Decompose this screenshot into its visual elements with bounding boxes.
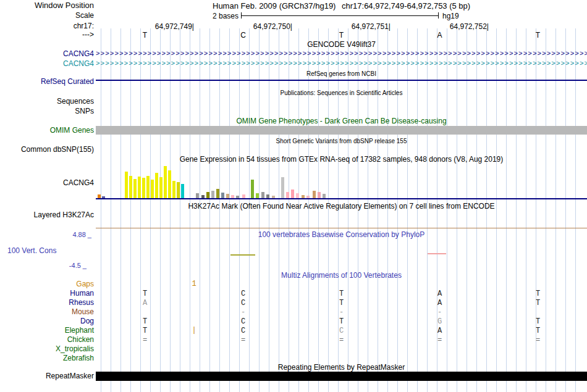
alignment-base: T xyxy=(489,299,587,307)
scale-label: Scale xyxy=(75,12,94,20)
gtex-tissue-bar[interactable] xyxy=(125,172,128,198)
alignment-base: - xyxy=(292,308,391,317)
conservation-max-value: 4.88 _ xyxy=(72,231,91,238)
alignment-base: - xyxy=(194,308,292,317)
alignment-row-mouse: --- xyxy=(96,308,587,317)
alignment-row-chicken: ===== xyxy=(96,336,587,344)
gtex-tissue-bar[interactable] xyxy=(251,180,254,198)
gtex-tissue-bar[interactable] xyxy=(318,192,321,198)
omim-track-title[interactable]: OMIM Gene Phenotypes - Dark Green Can Be… xyxy=(96,117,587,125)
gtex-tissue-bar[interactable] xyxy=(146,176,150,198)
omim-gene-bar[interactable] xyxy=(96,126,587,135)
alignment-row-dog: TCTGT xyxy=(96,317,587,326)
conservation-min-value: -4.5 _ xyxy=(69,262,87,269)
coordinate-label: 64,972,752| xyxy=(396,22,489,31)
gtex-tissue-bar[interactable] xyxy=(168,170,171,198)
alignment-base: G xyxy=(391,317,489,326)
alignment-base xyxy=(489,308,587,317)
species-label-mouse[interactable]: Mouse xyxy=(72,308,94,316)
genome-label: hg19 xyxy=(442,12,459,20)
gtex-tissue-bar[interactable] xyxy=(226,194,229,198)
species-label-chicken[interactable]: Chicken xyxy=(67,336,94,344)
alignment-base: A xyxy=(391,290,489,298)
gtex-tissue-bar[interactable] xyxy=(177,182,180,198)
alignment-row-rhesus: ACTAT xyxy=(96,299,587,307)
gtex-tissue-bar[interactable] xyxy=(221,193,224,198)
gtex-tissue-bar[interactable] xyxy=(216,189,219,198)
alignment-base: C xyxy=(292,327,391,335)
coordinate-label: 64,972,750| xyxy=(200,22,292,31)
gtex-tissue-bar[interactable] xyxy=(159,177,163,198)
refseq-gene-bar[interactable] xyxy=(96,80,587,81)
base-letter: C xyxy=(194,31,292,40)
window-position-label: Window Position xyxy=(35,1,94,9)
alignment-base: C xyxy=(194,299,292,307)
gtex-tissue-bar[interactable] xyxy=(181,184,184,198)
gtex-tissue-bar[interactable] xyxy=(286,192,289,198)
gtex-tissue-bar[interactable] xyxy=(142,178,145,198)
species-label-zebrafish[interactable]: Zebrafish xyxy=(63,354,94,362)
gtex-tissue-bar[interactable] xyxy=(281,177,284,198)
gtex-tissue-bar[interactable] xyxy=(172,181,175,198)
gtex-tissue-bar[interactable] xyxy=(256,193,259,198)
gtex-tissue-bar[interactable] xyxy=(261,192,264,198)
h3k27ac-track-title[interactable]: H3K27Ac Mark (Often Found Near Active Re… xyxy=(96,202,587,211)
alignment-row-human: TCTAT xyxy=(96,290,587,298)
gtex-tissue-bar[interactable] xyxy=(313,191,316,198)
scale-bar xyxy=(241,12,439,19)
gtex-track-title[interactable]: Gene Expression in 54 tissues from GTEx … xyxy=(96,156,587,164)
alignment-base: = xyxy=(96,336,194,344)
repeatmasker-track-title[interactable]: Repeating Elements by RepeatMasker xyxy=(96,364,587,372)
alignment-base: T xyxy=(489,290,587,298)
gtex-tissue-bar[interactable] xyxy=(151,180,154,198)
species-label-dog[interactable]: Dog xyxy=(80,317,94,325)
gtex-tissue-bar[interactable] xyxy=(291,190,294,198)
base-letter: A xyxy=(391,31,489,40)
multiz-track-title[interactable]: Multiz Alignments of 100 Vertebrates xyxy=(96,272,587,280)
alignment-base: = xyxy=(194,336,292,344)
species-label-rhesus[interactable]: Rhesus xyxy=(69,299,94,307)
layered-h3k27ac-label[interactable]: Layered H3K27Ac xyxy=(34,211,94,219)
gene-label-cacng4-1[interactable]: CACNG4 xyxy=(63,50,94,58)
alignment-base: C xyxy=(194,317,292,326)
gtex-tissue-bar[interactable] xyxy=(138,177,141,198)
omim-genes-label[interactable]: OMIM Genes xyxy=(50,127,94,135)
common-dbsnp-label[interactable]: Common dbSNP(155) xyxy=(21,146,94,154)
publications-track-title[interactable]: Publications: Sequences in Scientific Ar… xyxy=(96,89,587,97)
gtex-tissue-bar[interactable] xyxy=(155,173,158,198)
gtex-tissue-bar[interactable] xyxy=(323,194,326,198)
conservation-track-title[interactable]: 100 vertebrates Basewise Conservation by… xyxy=(96,231,587,239)
gtex-tissue-bar[interactable] xyxy=(133,179,137,198)
repeatmasker-element-bar[interactable] xyxy=(96,372,587,381)
refseq-curated-label[interactable]: RefSeq Curated xyxy=(41,78,94,86)
gene-strand-arrows-1[interactable]: >>>>>>>>>>>>>>>>>>>>>>>>>>>>>>>>>>>>>>>>… xyxy=(96,50,587,58)
alignment-base: A xyxy=(391,299,489,307)
gene-label-cacng4-2[interactable]: CACNG4 xyxy=(63,60,94,68)
gtex-tissue-bar[interactable] xyxy=(129,176,132,198)
species-label-elephant[interactable]: Elephant xyxy=(65,327,94,335)
species-label-gaps[interactable]: Gaps xyxy=(76,280,94,288)
snps-label[interactable]: SNPs xyxy=(75,107,94,115)
sequences-label[interactable]: Sequences xyxy=(57,98,94,106)
species-label-x_tropicalis[interactable]: X_tropicalis xyxy=(56,345,94,353)
alignment-base: = xyxy=(292,336,391,344)
gtex-tissue-bar[interactable] xyxy=(211,191,214,198)
alignment-base: T xyxy=(489,317,587,326)
gtex-tissue-bar[interactable] xyxy=(196,193,199,198)
base-letter: T xyxy=(292,31,391,40)
gtex-tissue-bar[interactable] xyxy=(296,193,299,198)
gtex-expression-bars[interactable] xyxy=(96,166,587,198)
dbsnp-track-title[interactable]: Short Genetic Variants from dbSNP releas… xyxy=(96,137,587,145)
insertion-marker: | xyxy=(189,327,199,335)
gtex-gene-label[interactable]: CACNG4 xyxy=(63,179,94,187)
gtex-tissue-bar[interactable] xyxy=(206,192,209,198)
scale-value: 2 bases xyxy=(213,12,239,20)
refseq-track-title[interactable]: RefSeq genes from NCBI xyxy=(96,70,587,78)
repeatmasker-label[interactable]: RepeatMasker xyxy=(46,372,94,380)
gtex-tissue-bar[interactable] xyxy=(164,166,167,198)
conservation-track-label[interactable]: 100 Vert. Cons xyxy=(7,246,56,255)
gencode-track-title[interactable]: GENCODE V49lift37 xyxy=(96,41,587,49)
alignment-base: T xyxy=(292,317,391,326)
species-label-human[interactable]: Human xyxy=(70,290,94,298)
gene-strand-arrows-2[interactable]: >>>>>>>>>>>>>>>>>>>>>>>>>>>>>>>>>>>>>>>>… xyxy=(96,60,587,68)
